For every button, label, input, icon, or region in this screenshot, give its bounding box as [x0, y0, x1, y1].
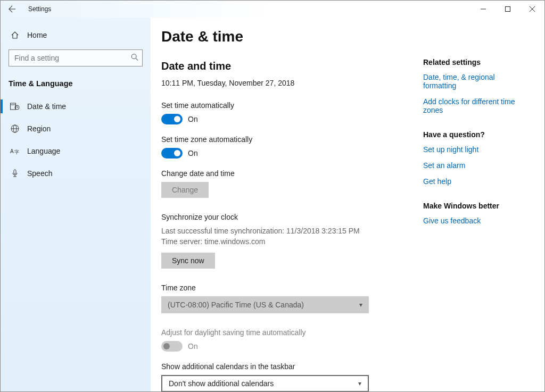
- link-add-clocks[interactable]: Add clocks for different time zones: [423, 97, 530, 114]
- change-datetime-label: Change date and time: [161, 169, 411, 178]
- sync-server: Time server: time.windows.com: [161, 236, 411, 247]
- timezone-dropdown[interactable]: (UTC-08:00) Pacific Time (US & Canada) ▾: [161, 296, 369, 313]
- svg-rect-16: [14, 170, 16, 174]
- link-set-alarm[interactable]: Set an alarm: [423, 161, 530, 170]
- clock-calendar-icon: [10, 102, 20, 111]
- close-icon: [530, 6, 535, 12]
- make-windows-better-heading: Make Windows better: [423, 202, 530, 210]
- home-icon: [10, 30, 20, 40]
- datetime-heading: Date and time: [161, 60, 411, 72]
- page-title: Date & time: [161, 28, 411, 45]
- minimize-button[interactable]: [471, 1, 496, 18]
- addl-cal-label: Show additional calendars in the taskbar: [161, 362, 411, 371]
- change-button[interactable]: Change: [161, 182, 209, 198]
- sidebar-item-label: Language: [27, 147, 60, 155]
- close-button[interactable]: [520, 1, 544, 18]
- svg-text:字: 字: [14, 149, 19, 155]
- svg-text:A: A: [10, 148, 14, 154]
- set-time-auto-toggle[interactable]: [161, 114, 183, 124]
- sync-now-button[interactable]: Sync now: [161, 253, 215, 269]
- timezone-heading: Time zone: [161, 283, 411, 292]
- addl-cal-dropdown[interactable]: Don't show additional calendars ▾: [161, 375, 369, 391]
- sidebar-item-date-time[interactable]: Date & time: [1, 95, 151, 118]
- sidebar-item-region[interactable]: Region: [1, 118, 151, 140]
- search-container: [9, 49, 143, 66]
- window-controls: [471, 1, 544, 18]
- minimize-icon: [481, 6, 486, 12]
- dst-toggle: [161, 341, 183, 352]
- microphone-icon: [10, 169, 20, 178]
- addl-cal-value: Don't show additional calendars: [169, 379, 274, 388]
- chevron-down-icon: ▾: [358, 380, 361, 387]
- content-area: Date & time Date and time 10:11 PM, Tues…: [151, 18, 544, 391]
- related-settings-heading: Related settings: [423, 58, 530, 66]
- timezone-value: (UTC-08:00) Pacific Time (US & Canada): [168, 301, 304, 309]
- dst-label: Adjust for daylight saving time automati…: [161, 328, 411, 337]
- link-get-help[interactable]: Get help: [423, 177, 530, 186]
- set-tz-auto-state: On: [188, 149, 198, 157]
- window-title: Settings: [24, 5, 51, 13]
- sync-heading: Synchronize your clock: [161, 213, 411, 221]
- maximize-button[interactable]: [496, 1, 520, 18]
- sidebar: Home Time & Language Date & time Region: [1, 18, 151, 391]
- svg-point-4: [131, 54, 136, 59]
- svg-line-5: [136, 59, 138, 61]
- search-input[interactable]: [9, 49, 143, 66]
- set-tz-auto-toggle[interactable]: [161, 148, 183, 159]
- sync-last-success: Last successful time synchronization: 11…: [161, 226, 411, 236]
- link-give-feedback[interactable]: Give us feedback: [423, 216, 530, 225]
- language-icon: A字: [10, 146, 20, 156]
- svg-rect-1: [506, 7, 510, 12]
- globe-icon: [10, 124, 20, 134]
- sidebar-home-label: Home: [27, 31, 47, 39]
- sidebar-home[interactable]: Home: [1, 27, 151, 43]
- set-time-auto-label: Set time automatically: [161, 101, 411, 110]
- set-tz-auto-label: Set time zone automatically: [161, 135, 411, 144]
- right-column: Related settings Date, time, & regional …: [423, 28, 530, 381]
- maximize-icon: [505, 6, 510, 12]
- back-button[interactable]: [1, 1, 24, 18]
- sidebar-item-label: Region: [27, 124, 51, 133]
- sidebar-item-label: Speech: [27, 169, 52, 178]
- sidebar-item-speech[interactable]: Speech: [1, 162, 151, 185]
- current-datetime: 10:11 PM, Tuesday, November 27, 2018: [161, 79, 411, 87]
- sidebar-item-language[interactable]: A字 Language: [1, 140, 151, 162]
- search-icon: [131, 54, 138, 63]
- link-date-time-regional[interactable]: Date, time, & regional formatting: [423, 73, 530, 90]
- titlebar: Settings: [1, 1, 544, 18]
- set-time-auto-state: On: [188, 115, 198, 123]
- sidebar-item-label: Date & time: [27, 102, 66, 111]
- chevron-down-icon: ▾: [359, 301, 362, 308]
- dst-state: On: [188, 342, 198, 351]
- link-night-light[interactable]: Set up night light: [423, 145, 530, 154]
- sidebar-category: Time & Language: [1, 77, 151, 95]
- have-question-heading: Have a question?: [423, 130, 530, 139]
- back-arrow-icon: [9, 5, 16, 13]
